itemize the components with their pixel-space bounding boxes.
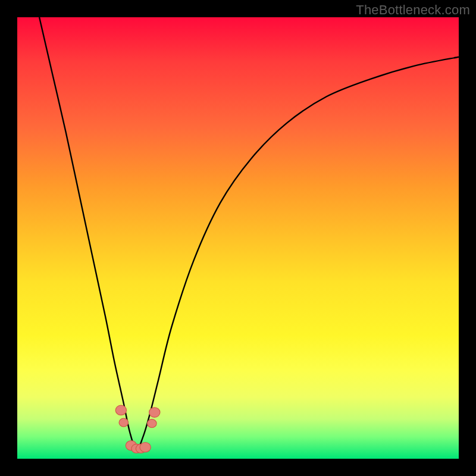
- marker-point: [140, 443, 151, 452]
- marker-point: [115, 405, 126, 415]
- chart-svg: [17, 17, 459, 459]
- marker-point: [148, 419, 157, 428]
- marker-point: [149, 408, 160, 417]
- marker-point: [119, 418, 129, 427]
- watermark-text: TheBottleneck.com: [356, 2, 470, 18]
- bottleneck-curve: [39, 17, 459, 450]
- marker-cluster: [115, 405, 160, 453]
